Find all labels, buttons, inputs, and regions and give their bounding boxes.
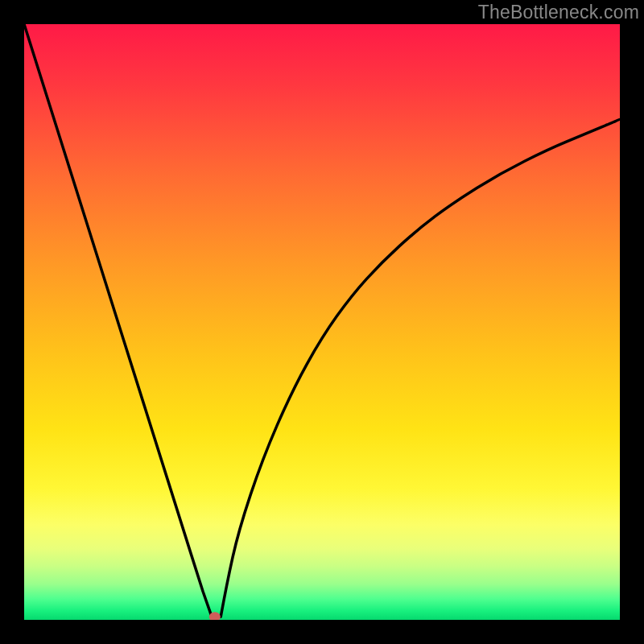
bottleneck-chart-svg	[24, 24, 620, 620]
gradient-background	[24, 24, 620, 620]
chart-frame: TheBottleneck.com	[0, 0, 644, 644]
watermark-text: TheBottleneck.com	[478, 2, 639, 23]
plot-area	[24, 24, 620, 620]
